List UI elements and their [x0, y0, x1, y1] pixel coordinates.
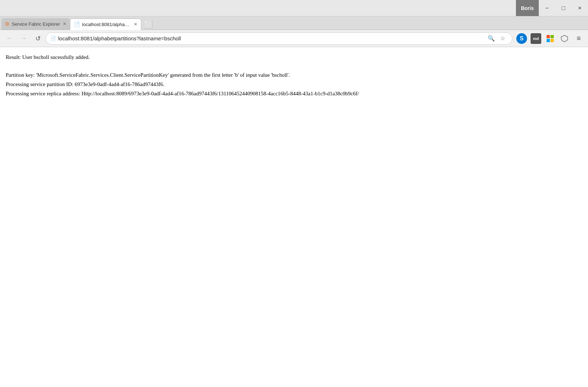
- new-tab-button[interactable]: ⬜: [143, 20, 154, 30]
- shield-toolbar-button[interactable]: [558, 32, 571, 45]
- url-bar[interactable]: 📄 localhost:8081/alphabetpartitions?last…: [46, 32, 512, 45]
- search-button[interactable]: 🔍: [486, 34, 496, 44]
- localhost-tab-icon: 📄: [74, 21, 80, 27]
- reload-button[interactable]: ↺: [31, 32, 44, 45]
- address-bar: ← → ↺ 📄 localhost:8081/alphabetpartition…: [0, 30, 588, 47]
- svg-rect-2: [547, 39, 550, 42]
- title-bar: Boris − □ ×: [0, 0, 588, 16]
- user-name: Boris: [521, 5, 534, 11]
- menu-icon: ≡: [577, 34, 581, 42]
- minimize-button[interactable]: −: [539, 0, 555, 16]
- service-fabric-tab-close[interactable]: ✕: [63, 21, 66, 26]
- service-fabric-tab-icon: ⚙: [5, 21, 10, 27]
- menu-toolbar-button[interactable]: ≡: [572, 32, 585, 45]
- url-text: localhost:8081/alphabetpartitions?lastna…: [58, 35, 486, 41]
- partition-id-line: Processing service partition ID: 6973e3e…: [6, 80, 582, 89]
- service-fabric-tab-label: Service Fabric Explorer: [12, 21, 60, 27]
- close-button[interactable]: ×: [572, 0, 588, 16]
- toolbar-icons: S md: [515, 32, 585, 45]
- tab-localhost[interactable]: 📄 localhost:8081/alphabetp... ✕: [70, 19, 141, 30]
- md-toolbar-button[interactable]: md: [529, 32, 542, 45]
- tab-service-fabric[interactable]: ⚙ Service Fabric Explorer ✕: [1, 18, 70, 30]
- skype-icon: S: [516, 33, 527, 44]
- office-toolbar-button[interactable]: [544, 32, 557, 45]
- office-icon: [545, 33, 556, 44]
- bookmark-button[interactable]: ☆: [498, 34, 508, 44]
- svg-rect-3: [551, 39, 554, 42]
- replica-address-line: Processing service replica address: Http…: [6, 89, 582, 98]
- localhost-tab-close[interactable]: ✕: [134, 22, 137, 27]
- partition-key-line: Partition key: 'Microsoft.ServiceFabric.…: [6, 71, 582, 79]
- svg-rect-0: [547, 35, 550, 38]
- page-content: Result: User bscholl sucessfully added. …: [0, 47, 588, 387]
- md-icon: md: [531, 33, 541, 44]
- localhost-tab-label: localhost:8081/alphabetp...: [82, 22, 131, 27]
- user-badge: Boris: [516, 0, 539, 16]
- result-line: Result: User bscholl sucessfully added.: [6, 53, 582, 61]
- shield-icon: [559, 33, 570, 44]
- maximize-button[interactable]: □: [555, 0, 572, 16]
- window-controls: − □ ×: [539, 0, 588, 16]
- back-button[interactable]: ←: [3, 32, 16, 45]
- skype-toolbar-button[interactable]: S: [515, 32, 528, 45]
- tab-bar: ⚙ Service Fabric Explorer ✕ 📄 localhost:…: [0, 16, 588, 30]
- forward-button[interactable]: →: [17, 32, 30, 45]
- svg-rect-1: [551, 35, 554, 38]
- url-page-icon: 📄: [50, 36, 56, 41]
